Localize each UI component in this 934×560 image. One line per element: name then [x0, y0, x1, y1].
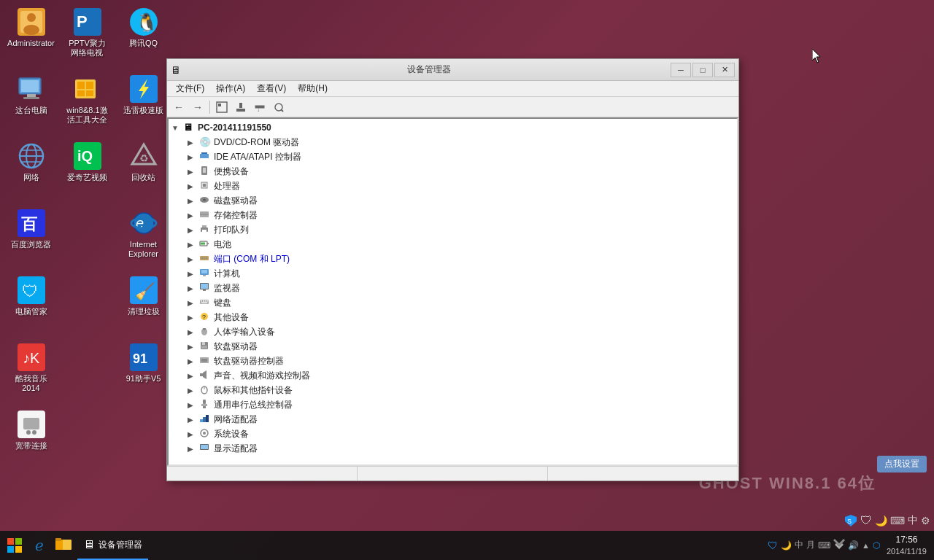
desktop-icon-91assistant[interactable]: 91 91助手V5	[116, 339, 171, 399]
desktop-icon-ie[interactable]: e InternetExplorer	[116, 205, 171, 265]
menu-view[interactable]: 查看(V)	[251, 81, 292, 96]
svg-rect-85	[205, 300, 207, 302]
disk-arrow: ▶	[188, 197, 199, 205]
tray-moon[interactable]: 🌙	[781, 540, 792, 551]
tray-expand[interactable]: ▲	[862, 541, 870, 550]
desktop-icon-kuwo[interactable]: ♪K 酷我音乐2014	[4, 339, 58, 399]
svg-point-3	[23, 25, 39, 35]
tree-view[interactable]: ▼ 🖥 PC-201411191550 ▶ 💿 DVD/CD-ROM 驱动器 ▶	[167, 117, 738, 466]
taskbar-devmgr-label: 设备管理器	[99, 539, 142, 551]
desktop-icon-iqiyi[interactable]: iQ 爱奇艺视频	[60, 138, 115, 198]
tray-keyboard[interactable]: 中	[795, 539, 803, 551]
sound-icon	[199, 370, 211, 381]
desktop-icon-mycomputer[interactable]: 这台电脑	[4, 71, 58, 131]
tray-volume[interactable]: 🔊	[848, 540, 859, 551]
desktop-icon-xunlei[interactable]: 迅雷极速版	[116, 71, 171, 131]
svg-rect-67	[202, 225, 207, 228]
tree-node-print[interactable]: ▶ 打印队列	[170, 222, 736, 237]
svg-rect-96	[201, 359, 207, 362]
menubar: 文件(F) 操作(A) 查看(V) 帮助(H)	[167, 81, 738, 97]
tree-node-other[interactable]: ▶ ? 其他设备	[170, 310, 736, 324]
tray-network2[interactable]	[833, 539, 845, 551]
tree-node-cpu[interactable]: ▶ 处理器	[170, 179, 736, 193]
svg-point-73	[201, 257, 203, 259]
taskbar-ie[interactable]: ℯ	[29, 531, 50, 560]
scan-button[interactable]	[270, 99, 287, 115]
tray-input[interactable]: ⌨	[818, 540, 830, 551]
taskbar-devmgr[interactable]: 🖥 设备管理器	[77, 531, 148, 560]
close-button[interactable]: ✕	[714, 63, 735, 77]
start-button[interactable]	[0, 531, 29, 560]
svg-rect-105	[203, 417, 206, 422]
click-settings-button[interactable]: 点我设置	[877, 456, 927, 472]
desktop-icon-recycle[interactable]: ♻ 回收站	[116, 138, 171, 198]
com-arrow: ▶	[188, 255, 199, 263]
tray-lang[interactable]: 月	[806, 539, 815, 551]
tree-node-battery[interactable]: ▶ 电池	[170, 237, 736, 252]
desktop-icon-baidu[interactable]: 百 百度浏览器	[4, 205, 58, 265]
time-block[interactable]: 17:56 2014/11/19	[883, 534, 930, 556]
desktop: Administrator P PPTV聚力网络电视 🐧 腾讯QQ	[0, 0, 934, 560]
taskbar-folder-icon	[55, 537, 72, 555]
tree-node-mouse[interactable]: ▶ 鼠标和其他指针设备	[170, 383, 736, 397]
tree-container: ▼ 🖥 PC-201411191550 ▶ 💿 DVD/CD-ROM 驱动器 ▶	[167, 117, 738, 466]
menu-action[interactable]: 操作(A)	[210, 81, 251, 96]
tree-node-sysdev[interactable]: ▶ 系统设备	[170, 427, 736, 441]
ie-icon: e	[129, 209, 158, 238]
show-hide-button[interactable]	[213, 99, 231, 115]
floppy-arrow: ▶	[188, 343, 199, 351]
tree-node-portable[interactable]: ▶ 便携设备	[170, 164, 736, 179]
tree-node-storage[interactable]: ▶ 存储控制器	[170, 208, 736, 222]
floppy-icon	[199, 341, 211, 352]
tray-shield[interactable]: 🛡	[768, 540, 778, 551]
update-button[interactable]: ↓	[251, 99, 269, 115]
tree-node-floppy[interactable]: ▶ 软盘驱动器	[170, 339, 736, 354]
tree-node-dvd[interactable]: ▶ 💿 DVD/CD-ROM 驱动器	[170, 135, 736, 149]
forward-button[interactable]: →	[189, 99, 207, 115]
tree-node-keyboard[interactable]: ▶ 键盘	[170, 295, 736, 310]
desktop-icon-broadband[interactable]: 宽带连接	[4, 406, 58, 466]
maximize-button[interactable]: □	[692, 63, 713, 77]
pcmanager-label: 电脑管家	[15, 307, 47, 316]
minimize-button[interactable]: ─	[671, 63, 691, 77]
tree-node-network[interactable]: ▶ 网络适配器	[170, 412, 736, 427]
desktop-icon-pcmanager[interactable]: 🛡 电脑管家	[4, 272, 58, 332]
tree-node-com[interactable]: ▶ 端口 (COM 和 LPT)	[170, 252, 736, 266]
tree-node-hid[interactable]: ▶ 人体学输入设备	[170, 324, 736, 339]
taskbar-right: 🛡 🌙 中 月 ⌨ 🔊 ▲ ⬡ 17:56 2014/11/19	[768, 534, 934, 556]
qq-icon: 🐧	[129, 7, 158, 36]
svg-text:↓: ↓	[257, 106, 260, 113]
device-manager-window: 🖥 设备管理器 ─ □ ✕ 文件(F) 操作(A) 查看(V) 帮助(H) ← …	[166, 58, 739, 481]
tree-node-display[interactable]: ▶ 显示适配器	[170, 441, 736, 456]
svg-rect-112	[7, 538, 14, 545]
status-section2	[358, 467, 548, 481]
tree-node-floppyctrl[interactable]: ▶ 软盘驱动器控制器	[170, 354, 736, 368]
tree-node-disk[interactable]: ▶ 磁盘驱动器	[170, 193, 736, 208]
xunlei-icon	[129, 74, 158, 104]
sound-arrow: ▶	[188, 372, 199, 380]
desktop-icon-qq[interactable]: 🐧 腾讯QQ	[116, 4, 171, 63]
tray-color[interactable]: ⬡	[873, 540, 880, 551]
tree-node-ide[interactable]: ▶ IDE ATA/ATAPI 控制器	[170, 149, 736, 164]
menu-file[interactable]: 文件(F)	[170, 81, 210, 96]
svg-rect-70	[201, 243, 205, 245]
tree-node-sound[interactable]: ▶ 声音、视频和游戏控制器	[170, 368, 736, 383]
tree-node-monitor[interactable]: ▶ 监视器	[170, 281, 736, 295]
tree-root[interactable]: ▼ 🖥 PC-201411191550	[170, 120, 736, 135]
svg-point-63	[203, 199, 206, 201]
menu-help[interactable]: 帮助(H)	[292, 81, 333, 96]
tree-node-computer[interactable]: ▶ 计算机	[170, 266, 736, 281]
sound-label: 声音、视频和游戏控制器	[214, 370, 310, 382]
desktop-icon-win881[interactable]: win8&8.1激活工具大全	[60, 71, 115, 131]
floppyctrl-label: 软盘驱动器控制器	[214, 355, 284, 368]
properties-button[interactable]	[232, 99, 250, 115]
desktop-icon-pptv[interactable]: P PPTV聚力网络电视	[60, 4, 115, 63]
back-button[interactable]: ←	[170, 99, 188, 115]
desktop-icon-network[interactable]: 网络	[4, 138, 58, 198]
tree-node-serial[interactable]: ▶ 通用串行总线控制器	[170, 397, 736, 412]
taskbar-explorer[interactable]	[50, 531, 77, 560]
cleanup-icon: 🧹	[129, 276, 158, 305]
sysdev-arrow: ▶	[188, 430, 199, 438]
desktop-icon-administrator[interactable]: Administrator	[4, 4, 58, 63]
desktop-icon-cleanup[interactable]: 🧹 清理垃圾	[116, 272, 171, 332]
